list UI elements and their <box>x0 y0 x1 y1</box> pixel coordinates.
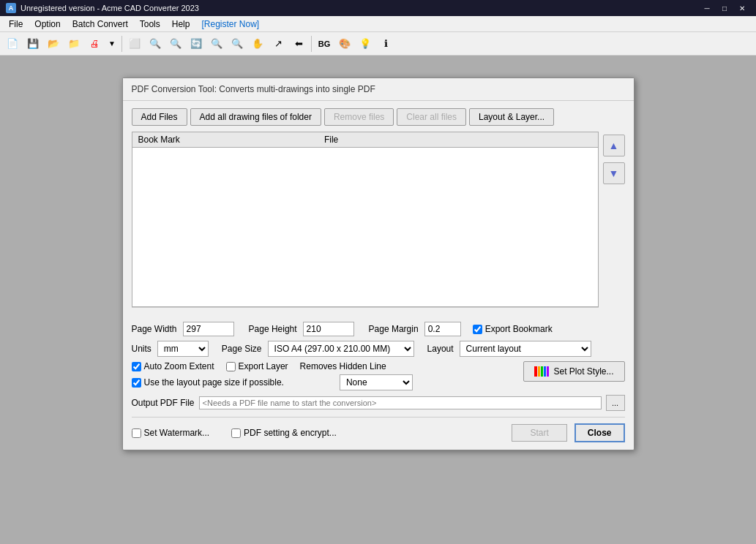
main-area: PDF Conversion Tool: Converts multi-draw… <box>0 56 756 472</box>
page-height-input[interactable] <box>303 322 354 336</box>
toolbar-folder[interactable]: 📁 <box>64 34 83 53</box>
menu-register[interactable]: [Register Now] <box>195 18 265 31</box>
pdf-conversion-dialog: PDF Conversion Tool: Converts multi-draw… <box>122 78 635 450</box>
close-dialog-button[interactable]: Close <box>575 423 625 442</box>
toolbar-zoom-out[interactable]: 🔍 <box>166 34 185 53</box>
add-folder-button[interactable]: Add all drawing files of folder <box>190 108 321 126</box>
start-button[interactable]: Start <box>512 424 566 442</box>
menu-tools[interactable]: Tools <box>134 18 166 31</box>
layout-label: Layout <box>427 344 454 354</box>
watermark-checkbox[interactable] <box>132 428 141 438</box>
dialog-title: PDF Conversion Tool: Converts multi-draw… <box>123 78 634 101</box>
toolbar-light[interactable]: 💡 <box>356 34 375 53</box>
menu-file[interactable]: File <box>3 18 29 31</box>
close-window-button[interactable]: ✕ <box>734 2 750 14</box>
layout-layer-button[interactable]: Layout & Layer... <box>469 108 554 126</box>
minimize-button[interactable]: ─ <box>699 2 715 14</box>
export-layer-label[interactable]: Export Layer <box>226 361 288 371</box>
toolbar-zoom3[interactable]: 🔍 <box>228 34 247 53</box>
color-bars-icon <box>534 366 549 377</box>
units-select[interactable]: mm inch <box>157 341 209 357</box>
toolbar-print[interactable]: 🖨 <box>85 34 104 53</box>
move-up-button[interactable]: ▲ <box>603 135 625 156</box>
dialog-content: Add Files Add all drawing files of folde… <box>123 101 634 450</box>
toolbar-arrow[interactable]: ↗ <box>269 34 288 53</box>
toolbar-new[interactable]: 📄 <box>3 34 22 53</box>
watermark-label[interactable]: Set Watermark... <box>132 428 210 438</box>
page-width-input[interactable] <box>183 322 234 336</box>
file-table-wrapper[interactable]: Book Mark File <box>132 132 599 307</box>
units-label: Units <box>132 344 151 354</box>
toolbar-sep-1 <box>121 36 122 52</box>
page-dimensions-row: Page Width Page Height Page Margin Expor… <box>132 322 625 336</box>
auto-zoom-checkbox[interactable] <box>132 362 141 371</box>
export-bookmark-checkbox[interactable] <box>473 325 482 334</box>
output-row: Output PDF File ... <box>132 395 625 411</box>
toolbar-info[interactable]: ℹ <box>376 34 395 53</box>
page-margin-input[interactable] <box>424 322 461 336</box>
move-down-button[interactable]: ▼ <box>603 162 625 184</box>
menu-option[interactable]: Option <box>29 18 66 31</box>
set-plot-style-button[interactable]: Set Plot Style... <box>523 361 624 382</box>
toolbar-rotate[interactable]: 🔄 <box>187 34 206 53</box>
toolbar-color[interactable]: 🎨 <box>335 34 354 53</box>
col-bookmark: Book Mark <box>132 132 318 148</box>
page-size-label: Page Size <box>222 344 262 354</box>
page-size-select[interactable]: ISO A4 (297.00 x 210.00 MM) ISO A3 Lette… <box>268 341 414 357</box>
title-bar-text: Unregistered version - Acme CAD Converte… <box>20 4 199 12</box>
output-label: Output PDF File <box>132 398 195 408</box>
toolbar-back[interactable]: ⬅ <box>289 34 308 53</box>
menu-help[interactable]: Help <box>166 18 196 31</box>
clear-files-button[interactable]: Clear all files <box>397 108 466 126</box>
horizontal-scrollbar[interactable] <box>132 307 599 316</box>
pdf-setting-checkbox[interactable] <box>231 428 241 438</box>
toolbar-bg[interactable]: BG <box>315 34 334 53</box>
dialog-btn-row: Add Files Add all drawing files of folde… <box>132 108 625 126</box>
toolbar-rect[interactable]: ⬜ <box>125 34 144 53</box>
toolbar-pan[interactable]: ✋ <box>248 34 267 53</box>
hidden-line-select[interactable]: None Wire Frame Hidden <box>340 374 413 390</box>
auto-zoom-label[interactable]: Auto Zoom Extent <box>132 361 214 371</box>
browse-button[interactable]: ... <box>606 395 625 411</box>
layout-select[interactable]: Current layout All layouts Model only <box>460 341 591 357</box>
toolbar-zoom-in[interactable]: 🔍 <box>146 34 165 53</box>
use-layout-checkbox[interactable] <box>132 378 141 388</box>
toolbar-zoom2[interactable]: 🔍 <box>207 34 226 53</box>
page-width-label: Page Width <box>132 324 177 334</box>
col-file: File <box>318 132 598 148</box>
file-table: Book Mark File <box>132 132 598 148</box>
output-pdf-input[interactable] <box>199 396 602 409</box>
removes-hidden-label: Removes Hidden Line <box>300 361 386 371</box>
title-bar: A Unregistered version - Acme CAD Conver… <box>0 0 756 16</box>
toolbar-sep-2 <box>311 36 312 52</box>
remove-files-button[interactable]: Remove files <box>324 108 394 126</box>
up-arrow-icon: ▲ <box>609 140 619 151</box>
toolbar-save[interactable]: 💾 <box>23 34 42 53</box>
use-layout-label[interactable]: Use the layout page size if possible. <box>132 377 284 388</box>
menu-bar: File Option Batch Convert Tools Help [Re… <box>0 16 756 32</box>
export-bookmark-label[interactable]: Export Bookmark <box>473 324 553 334</box>
options-right: Set Plot Style... <box>523 361 624 382</box>
options-left: Auto Zoom Extent Export Layer Removes Hi… <box>132 361 509 390</box>
menu-batch-convert[interactable]: Batch Convert <box>67 18 134 31</box>
page-height-label: Page Height <box>249 324 297 334</box>
toolbar: 📄 💾 📂 📁 🖨 ▼ ⬜ 🔍 🔍 🔄 🔍 🔍 ✋ ↗ ⬅ BG 🎨 💡 ℹ <box>0 32 756 56</box>
page-margin-label: Page Margin <box>369 324 419 334</box>
bottom-row: Set Watermark... PDF setting & encrypt..… <box>132 417 625 442</box>
units-pagesize-row: Units mm inch Page Size ISO A4 (297.00 x… <box>132 341 625 357</box>
options-row: Auto Zoom Extent Export Layer Removes Hi… <box>132 361 625 390</box>
add-files-button[interactable]: Add Files <box>132 108 187 126</box>
maximize-button[interactable]: □ <box>716 2 733 14</box>
toolbar-open[interactable]: 📂 <box>44 34 63 53</box>
file-table-container: Book Mark File <box>132 132 599 316</box>
file-table-row: Book Mark File ▲ <box>132 132 625 316</box>
toolbar-dropdown[interactable]: ▼ <box>105 34 119 53</box>
export-layer-checkbox[interactable] <box>226 362 236 371</box>
app-icon: A <box>6 3 16 13</box>
pdf-setting-label[interactable]: PDF setting & encrypt... <box>231 428 337 438</box>
down-arrow-icon: ▼ <box>609 167 619 179</box>
arrow-panel: ▲ ▼ <box>603 135 625 184</box>
